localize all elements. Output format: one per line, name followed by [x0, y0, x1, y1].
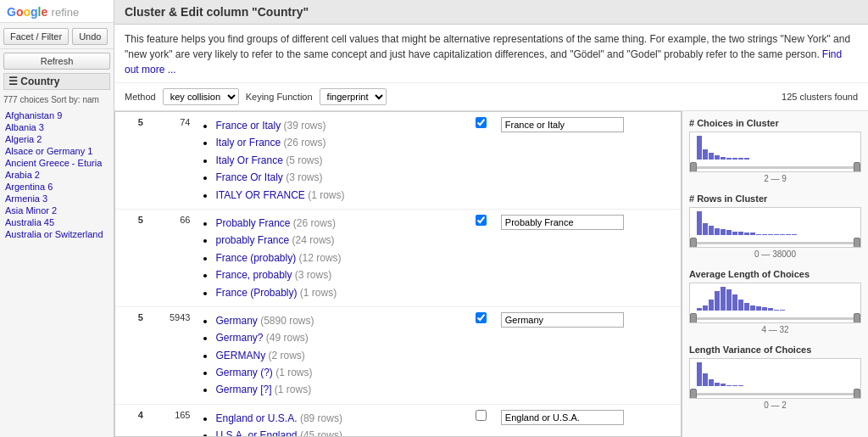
facet-filter-button[interactable]: Facet / Filter: [3, 28, 69, 45]
country-item[interactable]: Afghanistan 9: [3, 109, 110, 121]
country-item[interactable]: Armenia 3: [3, 193, 110, 204]
chart1-right-handle[interactable]: [854, 162, 860, 172]
bar: [750, 233, 755, 235]
bar: [721, 157, 726, 160]
country-item[interactable]: Ancient Greece - Eturia: [3, 157, 110, 169]
refine-label: refine: [52, 6, 80, 19]
country-item[interactable]: Algeria 2: [3, 133, 110, 145]
bar: [709, 226, 714, 235]
table-row: 55943Germany (5890 rows)Germany? (49 row…: [115, 306, 681, 404]
cluster-input-cell: [496, 112, 681, 209]
chart3-right-handle[interactable]: [854, 313, 860, 323]
chart2-title: # Rows in Cluster: [689, 193, 861, 204]
chart2-area: [689, 207, 861, 248]
cluster-items-cell: Germany (5890 rows)Germany? (49 rows)GER…: [195, 306, 466, 404]
cluster-item-link[interactable]: France, probably: [215, 269, 292, 281]
bar: [762, 234, 767, 235]
cluster-item-link[interactable]: France or Italy: [215, 120, 281, 132]
bar: [715, 383, 720, 386]
country-list: Afghanistan 9Albania 3Algeria 2Alsace or…: [0, 108, 114, 437]
cluster-item-link[interactable]: Germany?: [215, 332, 263, 344]
cluster-item-link[interactable]: Germany: [215, 315, 257, 327]
bar: [703, 149, 708, 160]
cluster-item-count: (1 rows): [273, 367, 313, 378]
clusters-found: 125 clusters found: [782, 92, 858, 102]
cluster-item-link[interactable]: Germany [?]: [215, 384, 271, 395]
cluster-item-link[interactable]: France (Probably): [215, 287, 297, 299]
country-item[interactable]: Arabia 2: [3, 169, 110, 181]
country-item[interactable]: Australia or Switzerland: [3, 228, 110, 240]
length-variance-chart: Length Variance of Choices 0 — 2: [689, 345, 861, 410]
cluster-item-count: (12 rows): [296, 252, 341, 264]
cluster-item-count: (26 rows): [291, 217, 336, 229]
cluster-item-link[interactable]: U.S.A. or England: [215, 429, 297, 437]
cluster-checkbox-cell: [466, 404, 496, 437]
bar: [756, 234, 761, 235]
cluster-table: 574France or Italy (39 rows)Italy or Fra…: [115, 112, 681, 437]
cluster-rows: 5943: [148, 306, 196, 404]
chart4-right-handle[interactable]: [854, 389, 860, 399]
bar: [697, 211, 702, 235]
bar: [780, 310, 785, 311]
cluster-rows: 66: [148, 209, 196, 306]
cluster-item-link[interactable]: probably France: [215, 234, 289, 246]
chart3-area: [689, 283, 861, 323]
cluster-item-link[interactable]: GERMANy: [215, 350, 265, 361]
country-item[interactable]: Alsace or Germany 1: [3, 145, 110, 157]
cluster-item-link[interactable]: Probably France: [215, 217, 290, 229]
cluster-merge-input[interactable]: [501, 215, 624, 230]
undo-button[interactable]: Undo: [72, 28, 108, 45]
cluster-merge-input[interactable]: [501, 410, 624, 425]
cluster-item-link[interactable]: England or U.S.A.: [215, 412, 297, 424]
chart3-title: Average Length of Choices: [689, 269, 861, 279]
description-text: This feature helps you find groups of di…: [125, 33, 850, 60]
cluster-item-link[interactable]: France (probably): [215, 252, 296, 264]
chart3-range: 4 — 32: [689, 325, 861, 334]
bar: [721, 287, 726, 311]
cluster-item-count: (45 rows): [298, 429, 342, 437]
bar: [780, 234, 785, 235]
cluster-item-link[interactable]: ITALY OR FRANCE: [215, 189, 304, 201]
bar: [762, 307, 767, 311]
chart4-area: [689, 358, 861, 399]
method-select[interactable]: key collision: [163, 88, 239, 105]
bar: [709, 300, 714, 311]
bar: [732, 294, 737, 311]
bar: [768, 308, 773, 311]
cluster-item-link[interactable]: France Or Italy: [215, 171, 282, 183]
cluster-merge-checkbox[interactable]: [476, 215, 487, 226]
description-area: This feature helps you find groups of di…: [114, 25, 868, 83]
cluster-item-link[interactable]: Germany (?): [215, 367, 272, 378]
country-item[interactable]: Argentina 6: [3, 181, 110, 193]
chart2-left-handle[interactable]: [690, 238, 697, 248]
country-item[interactable]: Australia 45: [3, 216, 110, 228]
bar: [697, 308, 702, 311]
cluster-input-cell: [496, 209, 681, 306]
cluster-merge-checkbox[interactable]: [476, 117, 487, 128]
chart3-left-handle[interactable]: [690, 313, 697, 323]
cluster-item-count: (3 rows): [292, 269, 332, 281]
google-logo: Google refine: [7, 7, 79, 19]
table-row: 4165England or U.S.A. (89 rows)U.S.A. or…: [115, 404, 681, 437]
bar: [774, 310, 779, 311]
chart1-left-handle[interactable]: [690, 162, 697, 172]
bar: [697, 362, 702, 386]
right-panel: # Choices in Cluster 2 — 9 # Rows in Clu…: [682, 111, 868, 437]
chart2-range: 0 — 38000: [689, 249, 861, 259]
chart2-right-handle[interactable]: [854, 238, 860, 248]
cluster-item-link[interactable]: Italy Or France: [215, 154, 282, 166]
cluster-merge-input[interactable]: [501, 312, 624, 328]
keying-select[interactable]: fingerprint: [320, 88, 387, 105]
cluster-merge-checkbox[interactable]: [476, 312, 487, 323]
cluster-merge-checkbox[interactable]: [476, 410, 487, 421]
cluster-item-count: (3 rows): [283, 171, 323, 183]
chart1-range: 2 — 9: [689, 174, 861, 183]
dialog-title: Cluster & Edit column "Country": [114, 0, 868, 25]
cluster-merge-input[interactable]: [501, 117, 624, 132]
bar: [744, 158, 749, 160]
country-item[interactable]: Albania 3: [3, 121, 110, 133]
cluster-item-link[interactable]: Italy or France: [215, 137, 281, 148]
chart4-left-handle[interactable]: [690, 389, 697, 399]
refresh-button[interactable]: Refresh: [3, 53, 110, 70]
country-item[interactable]: Asia Minor 2: [3, 204, 110, 216]
